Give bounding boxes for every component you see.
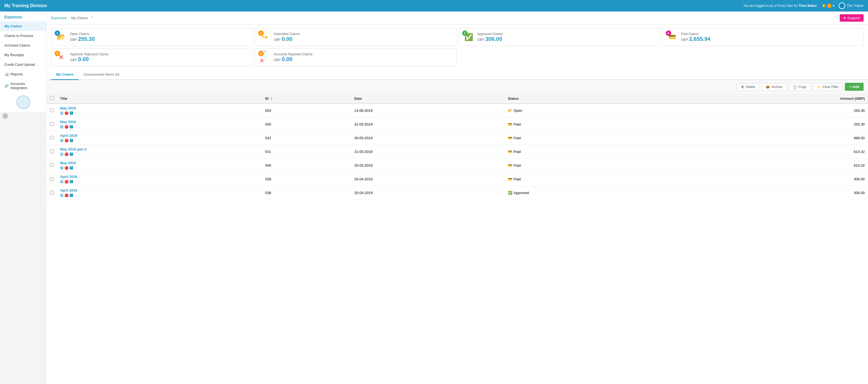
claim-title-link[interactable]: April 2019 <box>60 188 77 193</box>
row-status-cell: 💳 Paid <box>505 159 675 172</box>
row-icon-receipt: 🖼 <box>60 166 63 170</box>
row-checkbox[interactable] <box>50 177 54 181</box>
sort-arrow-icon: ▼ <box>270 97 273 100</box>
row-icon-info: 🔴 <box>64 125 69 129</box>
notification-bell[interactable]: 🔔 1 ▾ <box>822 4 834 8</box>
sidebar-collapse-button[interactable]: ‹ <box>2 113 8 119</box>
tab-my-claims[interactable]: My Claims <box>51 70 79 80</box>
status-icon: 💳 <box>508 163 513 168</box>
status-icon: 💳 <box>508 122 513 126</box>
accounts-icon: 🔗 <box>4 84 9 88</box>
row-icon-info: 🔴 <box>64 139 69 142</box>
row-icon-info: 🔴 <box>64 180 69 184</box>
table-row: April 2019 🖼 🔴 🅿 539 25-04-2019 💳 Paid 3… <box>46 172 868 186</box>
sidebar-item-claims-to-process[interactable]: Claims to Process <box>0 31 46 41</box>
row-title-cell: April 2019 🖼 🔴 🅿 <box>57 186 262 200</box>
row-date-cell: 21-05-2019 <box>351 145 505 159</box>
sidebar: Expenses My Claims Claims to Process Arc… <box>0 11 46 112</box>
select-all-checkbox[interactable] <box>50 96 54 100</box>
row-amount-cell: 614.32 <box>675 159 868 172</box>
row-checkbox[interactable] <box>50 109 54 112</box>
tab-unreconciled[interactable]: Unreconciled Items (0) <box>79 70 124 80</box>
row-date-cell: 13-06-2019 <box>351 104 505 117</box>
sidebar-item-reports[interactable]: 📊 Reports <box>0 69 46 79</box>
open-claims-value: 255.30 <box>78 36 95 42</box>
row-checkbox[interactable] <box>50 163 54 167</box>
paid-claims-value: 2,655.94 <box>689 36 711 42</box>
breadcrumb-up-icon[interactable]: ⌃ <box>91 16 94 20</box>
row-amount-cell: 306.00 <box>675 186 868 200</box>
row-status-cell: 📂 Open <box>505 104 675 117</box>
claim-title-link[interactable]: May 2019 <box>60 106 76 110</box>
sidebar-item-my-claims[interactable]: My Claims <box>0 22 46 31</box>
status-text: Paid <box>514 122 521 126</box>
row-icon-receipt: 🖼 <box>60 139 63 142</box>
claim-title-link[interactable]: May 2019 <box>60 120 76 124</box>
row-icon-receipt: 🖼 <box>60 194 63 197</box>
row-status-cell: ✅ Approved <box>505 186 675 200</box>
claims-table-wrapper: Title ID ▼ Date Status Amount (GBP) May … <box>46 94 868 384</box>
row-date-cell: 31-05-2019 <box>351 117 505 131</box>
sidebar-item-my-receipts[interactable]: My Receipts <box>0 50 46 60</box>
row-amount-cell: 306.00 <box>675 172 868 186</box>
summary-card-approver-rejected: 0 ✕ Approver Rejected Claims: GBP 0.00 <box>51 48 252 66</box>
row-id-cell: 540 <box>262 159 351 172</box>
cursor-area <box>17 95 30 109</box>
breadcrumb-bar: Expenses › My Claims ⌃ ♥ Support <box>46 11 868 25</box>
row-icon-pdf: 🅿 <box>70 139 73 142</box>
row-date-cell: 20-05-2019 <box>351 159 505 172</box>
row-checkbox[interactable] <box>50 191 54 194</box>
support-button[interactable]: ♥ Support <box>840 14 864 22</box>
row-id-cell: 538 <box>262 186 351 200</box>
clear-filter-button[interactable]: ⚡ Clear Filter <box>812 83 843 91</box>
row-icon-pdf: 🅿 <box>70 152 73 156</box>
user-menu[interactable]: 👤 The Trainer <box>839 2 864 9</box>
topbar: My Training Division You are logged in a… <box>0 0 868 11</box>
breadcrumb-root[interactable]: Expenses <box>51 16 67 20</box>
add-button[interactable]: + Add <box>845 83 864 91</box>
sidebar-item-credit-card-upload[interactable]: Credit Card Upload <box>0 60 46 69</box>
copy-icon: 📋 <box>793 85 797 89</box>
row-icon-pdf: 🅿 <box>70 166 73 170</box>
row-icon-info: 🔴 <box>64 152 69 156</box>
approved-claims-value: 306.00 <box>486 36 502 42</box>
copy-button[interactable]: 📋 Copy <box>789 83 810 91</box>
summary-card-open: 1 📂 Open Claims: GBP 255.30 <box>51 28 252 46</box>
row-checkbox[interactable] <box>50 136 54 140</box>
archive-button[interactable]: 📦 Archive <box>762 83 786 91</box>
row-date-cell: 25-04-2019 <box>351 186 505 200</box>
summary-cards-row2: 0 ✕ Approver Rejected Claims: GBP 0.00 0… <box>46 46 868 70</box>
claim-title-link[interactable]: May 2019 <box>60 161 76 165</box>
col-amount: Amount (GBP) <box>675 94 868 104</box>
claim-title-link[interactable]: May 2019 part 2 <box>60 147 87 151</box>
row-checkbox-cell <box>46 104 57 117</box>
claim-title-link[interactable]: April 2019 <box>60 175 77 179</box>
col-id[interactable]: ID ▼ <box>262 94 351 104</box>
col-checkbox <box>46 94 57 104</box>
status-icon: 📂 <box>508 109 513 113</box>
row-checkbox[interactable] <box>50 150 54 153</box>
row-amount-cell: 255.30 <box>675 104 868 117</box>
sidebar-item-archived-claims[interactable]: Archived Claims <box>0 41 46 50</box>
row-icon-receipt: 🖼 <box>60 152 63 156</box>
status-icon: ✅ <box>508 191 513 195</box>
sidebar-item-accounts-integration[interactable]: 🔗 Accounts Integration <box>0 79 46 93</box>
row-amount-cell: 255.30 <box>675 117 868 131</box>
row-id-cell: 539 <box>262 172 351 186</box>
row-icon-info: 🔴 <box>64 111 69 115</box>
row-checkbox-cell <box>46 172 57 186</box>
heart-icon: ♥ <box>844 16 846 20</box>
row-id-cell: 541 <box>262 145 351 159</box>
archive-icon: 📦 <box>766 85 770 89</box>
delete-button[interactable]: 🗑 Delete <box>737 83 760 91</box>
row-title-cell: May 2019 part 2 🖼 🔴 🅿 <box>57 145 262 159</box>
row-checkbox[interactable] <box>50 122 54 126</box>
tabs-bar: My Claims Unreconciled Items (0) <box>46 70 868 80</box>
row-icon-pdf: 🅿 <box>70 125 73 129</box>
row-checkbox-cell <box>46 145 57 159</box>
paid-badge: 5 <box>666 30 671 36</box>
user-avatar-icon: 👤 <box>839 2 845 9</box>
row-title-cell: May 2019 🖼 🔴 🅿 <box>57 117 262 131</box>
row-icon-pdf: 🅿 <box>70 194 73 197</box>
claim-title-link[interactable]: April 2019 <box>60 134 77 138</box>
